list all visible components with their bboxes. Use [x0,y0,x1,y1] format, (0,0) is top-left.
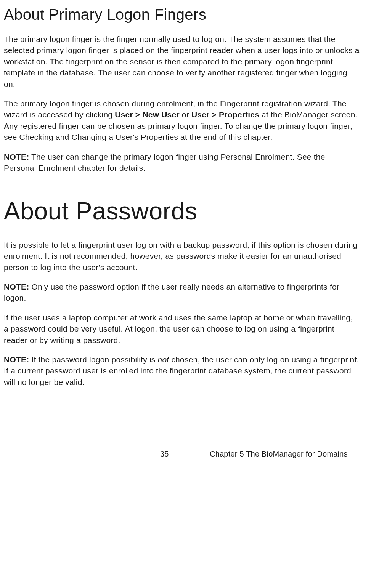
emphasized-text: not [158,355,169,364]
note-label: NOTE: [4,355,29,364]
note-label: NOTE: [4,282,29,291]
note-paragraph: NOTE: The user can change the primary lo… [4,151,360,174]
note-text: The user can change the primary logon fi… [4,152,325,172]
body-paragraph: The primary logon finger is the finger n… [4,34,360,90]
body-paragraph: It is possible to let a fingerprint user… [4,239,360,273]
text-fragment: If the password logon possibility is [29,355,157,364]
body-paragraph: The primary logon finger is chosen durin… [4,98,360,143]
section-heading-passwords: About Passwords [4,194,360,229]
note-text: Only use the password option if the user… [4,282,339,302]
section-heading-primary-logon: About Primary Logon Fingers [4,4,360,25]
note-paragraph: NOTE: If the password logon possibility … [4,354,360,388]
chapter-label: Chapter 5 The BioManager for Domains [210,449,348,459]
note-label: NOTE: [4,152,29,161]
text-fragment: or [180,110,191,119]
page-number: 35 [160,449,169,459]
body-paragraph: If the user uses a laptop computer at wo… [4,312,360,346]
menu-path-text: User > New User [115,110,180,119]
menu-path-text: User > Properties [191,110,259,119]
note-paragraph: NOTE: Only use the password option if th… [4,281,360,304]
